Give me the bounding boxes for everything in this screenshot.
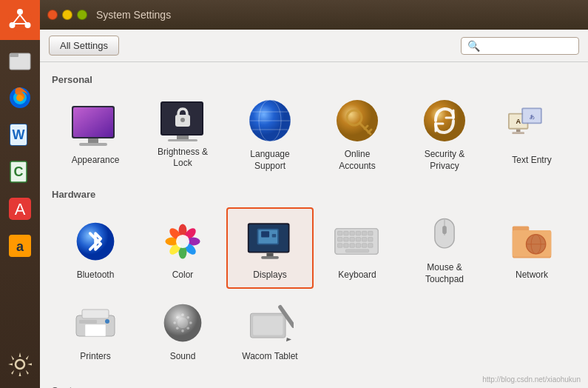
color-icon: [159, 218, 206, 265]
title-bar: System Settings: [40, 0, 588, 30]
printers-label: Printers: [80, 351, 110, 363]
svg-rect-73: [368, 231, 373, 235]
language-support-icon: [246, 97, 294, 144]
printers-item[interactable]: Printers: [52, 289, 139, 370]
svg-rect-46: [512, 133, 524, 135]
hardware-section-title: Hardware: [52, 189, 576, 200]
bluetooth-icon: [72, 218, 119, 265]
svg-rect-74: [337, 238, 342, 241]
svg-rect-70: [350, 231, 354, 235]
svg-rect-26: [177, 136, 189, 139]
sidebar-item-files[interactable]: [2, 43, 38, 78]
sidebar-item-spreadsheet[interactable]: C: [2, 154, 38, 190]
svg-point-107: [189, 321, 192, 324]
window-title: System Settings: [96, 9, 171, 21]
security-privacy-icon: [421, 97, 468, 144]
sidebar-item-settings[interactable]: [2, 347, 38, 382]
svg-rect-23: [79, 143, 107, 146]
svg-rect-76: [350, 238, 354, 241]
language-support-item[interactable]: LanguageSupport: [226, 93, 314, 174]
svg-rect-63: [272, 234, 276, 238]
sidebar-item-libreoffice[interactable]: W: [2, 117, 38, 153]
personal-section-title: Personal: [52, 74, 576, 85]
color-label: Color: [172, 270, 194, 281]
svg-point-36: [337, 100, 378, 141]
svg-rect-68: [337, 231, 342, 235]
main-area: System Settings All Settings 🔍 Personal: [40, 0, 588, 388]
svg-rect-69: [344, 231, 348, 235]
minimize-button[interactable]: [62, 10, 72, 20]
svg-text:あ: あ: [530, 113, 535, 120]
svg-point-100: [105, 319, 109, 324]
sound-icon: [159, 299, 206, 347]
svg-text:W: W: [13, 127, 25, 142]
svg-point-105: [186, 316, 189, 319]
security-privacy-item[interactable]: Security &Privacy: [401, 93, 488, 174]
mouse-touchpad-item[interactable]: Mouse &Touchpad: [401, 207, 488, 289]
bluetooth-label: Bluetooth: [77, 270, 115, 281]
svg-rect-65: [261, 256, 279, 259]
content-area: Personal: [40, 62, 588, 388]
sidebar-item-software[interactable]: A: [2, 191, 38, 227]
svg-rect-72: [362, 231, 366, 235]
printers-icon: [72, 299, 119, 347]
svg-point-1: [17, 9, 23, 15]
appearance-item[interactable]: Appearance: [52, 93, 139, 174]
svg-point-108: [176, 327, 179, 330]
online-accounts-label: OnlineAccounts: [339, 149, 375, 172]
svg-point-29: [180, 118, 185, 122]
keyboard-item[interactable]: Keyboard: [314, 207, 401, 289]
displays-item[interactable]: Displays: [226, 207, 314, 289]
sound-item[interactable]: Sound: [139, 289, 226, 370]
system-section-title: System: [52, 385, 576, 388]
online-accounts-icon: [334, 97, 381, 144]
svg-rect-89: [442, 226, 447, 234]
svg-point-109: [181, 330, 184, 332]
sidebar-item-ubuntu[interactable]: [0, 0, 40, 40]
svg-rect-5: [10, 53, 18, 57]
mouse-touchpad-icon: [421, 213, 468, 258]
svg-rect-78: [362, 238, 366, 241]
security-privacy-label: Security &Privacy: [425, 149, 465, 172]
search-input[interactable]: [483, 40, 572, 51]
svg-point-19: [16, 360, 24, 369]
sidebar: W C A a: [0, 0, 40, 388]
svg-rect-81: [344, 244, 348, 247]
search-box: 🔍: [461, 37, 579, 55]
hardware-grid: Bluetooth: [52, 207, 576, 370]
mouse-touchpad-label: Mouse &Touchpad: [425, 262, 464, 285]
svg-rect-22: [88, 138, 98, 143]
svg-point-106: [173, 321, 176, 324]
svg-rect-45: [516, 130, 520, 133]
online-accounts-item[interactable]: OnlineAccounts: [314, 93, 401, 174]
sidebar-item-amazon[interactable]: a: [2, 228, 38, 264]
svg-rect-80: [337, 244, 342, 247]
svg-rect-62: [261, 231, 269, 237]
svg-rect-77: [356, 238, 360, 241]
text-entry-label: Text Entry: [512, 155, 551, 167]
network-label: Network: [516, 270, 548, 281]
svg-rect-27: [168, 139, 197, 141]
all-settings-button[interactable]: All Settings: [49, 36, 119, 56]
svg-rect-113: [253, 316, 283, 335]
svg-rect-85: [368, 244, 373, 247]
keyboard-label: Keyboard: [338, 270, 376, 281]
wacom-tablet-item[interactable]: Wacom Tablet: [226, 289, 314, 370]
sidebar-item-firefox[interactable]: [2, 80, 38, 116]
text-entry-item[interactable]: A あ Text Entry: [488, 93, 575, 174]
svg-point-57: [176, 235, 189, 248]
maximize-button[interactable]: [77, 10, 87, 20]
svg-rect-99: [85, 324, 106, 336]
color-item[interactable]: Color: [139, 207, 226, 289]
brightness-lock-label: Brightness &Lock: [158, 147, 208, 170]
svg-rect-101: [79, 320, 97, 324]
close-button[interactable]: [47, 10, 58, 20]
search-icon: 🔍: [467, 40, 480, 52]
network-item[interactable]: Network: [488, 207, 575, 289]
keyboard-icon: [334, 218, 381, 265]
svg-point-110: [186, 327, 189, 330]
displays-icon: [246, 218, 294, 265]
displays-label: Displays: [253, 270, 286, 281]
brightness-lock-item[interactable]: Brightness &Lock: [139, 93, 226, 174]
bluetooth-item[interactable]: Bluetooth: [52, 207, 139, 289]
